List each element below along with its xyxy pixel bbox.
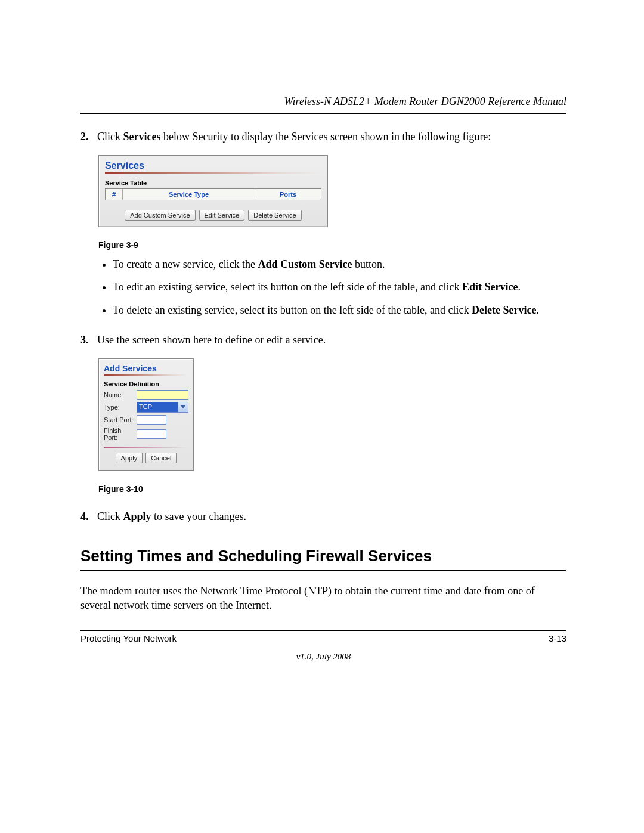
col-hash: # (106, 189, 123, 200)
name-label: Name: (104, 391, 137, 398)
cancel-button[interactable]: Cancel (145, 453, 177, 463)
manual-title: Wireless-N ADSL2+ Modem Router DGN2000 R… (80, 95, 566, 108)
footer-version: v1.0, July 2008 (80, 652, 566, 662)
bullet-list: To create a new service, click the Add C… (98, 257, 566, 317)
type-select[interactable]: TCP (137, 402, 188, 413)
service-table-header: # Service Type Ports (105, 188, 321, 200)
start-port-label: Start Port: (104, 416, 137, 423)
step-2-number: 2. (80, 131, 97, 143)
finish-port-input[interactable] (137, 429, 166, 439)
bullet-2-c: . (518, 281, 521, 293)
step-3-text: Use the screen shown here to define or e… (97, 334, 566, 346)
bullet-1: To create a new service, click the Add C… (113, 257, 566, 271)
figure-3-9-caption: Figure 3-9 (98, 240, 566, 250)
col-ports: Ports (255, 189, 321, 200)
add-custom-service-button[interactable]: Add Custom Service (125, 210, 195, 221)
bullet-1-c: button. (352, 258, 385, 270)
delete-service-button[interactable]: Delete Service (248, 210, 302, 221)
bullet-3: To delete an existing service, select it… (113, 303, 566, 317)
start-port-input[interactable] (137, 415, 166, 425)
edit-service-button[interactable]: Edit Service (199, 210, 245, 221)
type-label: Type: (104, 404, 137, 411)
add-services-panel: Add Services Service Definition Name: Ty… (98, 358, 194, 471)
finish-port-label: Finish Port: (104, 427, 137, 441)
step-4-text-a: Click (97, 510, 123, 522)
footer-chapter: Protecting Your Network (80, 633, 177, 643)
step-2-text: Click Services below Security to display… (97, 131, 566, 143)
footer-page: 3-13 (549, 633, 566, 643)
bullet-2: To edit an existing service, select its … (113, 280, 566, 294)
step-2-text-b: Services (123, 131, 161, 143)
name-input[interactable] (137, 390, 188, 400)
step-4-text-c: to save your changes. (151, 510, 246, 522)
figure-3-10-caption: Figure 3-10 (98, 484, 566, 494)
step-4-text-b: Apply (123, 510, 151, 522)
divider (104, 374, 188, 376)
step-3-number: 3. (80, 334, 97, 346)
add-services-title: Add Services (104, 364, 188, 373)
bullet-3-b: Delete Service (472, 304, 536, 316)
section-paragraph: The modem router uses the Network Time P… (80, 584, 566, 613)
step-2-text-a: Click (97, 131, 123, 143)
col-service-type: Service Type (123, 189, 255, 200)
bullet-2-b: Edit Service (462, 281, 518, 293)
chevron-down-icon[interactable] (178, 402, 188, 412)
bullet-3-c: . (537, 304, 540, 316)
section-heading: Setting Times and Scheduling Firewall Se… (80, 547, 566, 565)
footer-rule (80, 630, 566, 631)
divider (104, 447, 188, 448)
divider (105, 172, 321, 174)
service-definition-label: Service Definition (104, 380, 188, 388)
apply-button[interactable]: Apply (116, 453, 143, 463)
section-rule (80, 570, 566, 571)
step-4-text: Click Apply to save your changes. (97, 510, 566, 523)
type-select-value: TCP (137, 402, 178, 412)
services-panel: Services Service Table # Service Type Po… (98, 155, 328, 227)
bullet-3-a: To delete an existing service, select it… (113, 304, 472, 316)
services-panel-title: Services (105, 160, 321, 171)
bullet-1-a: To create a new service, click the (113, 258, 258, 270)
header-rule (80, 113, 566, 114)
bullet-1-b: Add Custom Service (258, 258, 352, 270)
bullet-2-a: To edit an existing service, select its … (113, 281, 462, 293)
step-2-text-c: below Security to display the Services s… (160, 131, 491, 143)
step-4-number: 4. (80, 510, 97, 523)
service-table-label: Service Table (105, 179, 321, 187)
